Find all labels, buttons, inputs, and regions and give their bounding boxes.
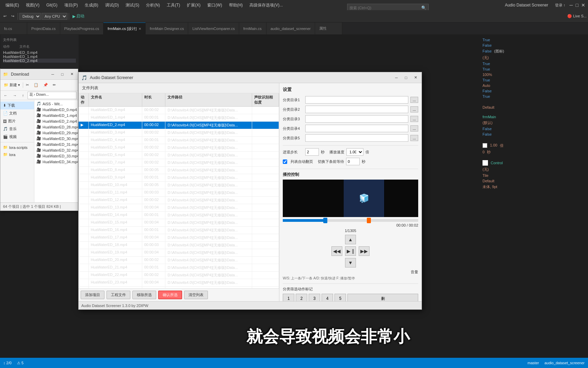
category-1-browse[interactable]: ... [410,97,418,103]
tab-frmmain-designer[interactable]: frmMain Designer.cs [146,22,188,34]
speed-select[interactable]: 1.00 [346,148,363,156]
explorer-minimize-button[interactable]: ─ [49,71,56,78]
class-btn-del[interactable]: 删 [347,294,418,301]
tab-playbackprogress[interactable]: PlaybackProgress.cs [60,22,104,34]
explorer-close-button[interactable]: ✕ [68,71,75,78]
app-close-button[interactable]: ✕ [412,74,419,81]
close-vscode[interactable]: ✕ [581,2,585,8]
file-entry-33[interactable]: 🎥 HuaWaterED_33.mp4 [35,153,77,159]
paste-button[interactable]: 📌 [41,82,50,88]
platform-select[interactable]: Any CPU [42,13,67,20]
category-3-browse[interactable]: ... [410,116,418,122]
file-table-row[interactable]: HuaWaterED_13.mp4 00:00:04 D:\AI\sovits4… [79,204,279,212]
file-table-row[interactable]: HuaWaterED_19.mp4 00:00:04 D:\AI\sovits4… [79,249,279,257]
menu-item-project[interactable]: 项目(P) [62,2,81,9]
undo-button[interactable]: ↩ [1,13,9,19]
file-entry-31[interactable]: 🎥 HuaWaterED_31.mp4 [35,141,77,147]
menu-item-git[interactable]: Git(G) [44,2,60,8]
file-entry-0[interactable]: 🎥 HuaWaterED_0.mp4 [35,107,77,112]
file-entry-28[interactable]: 🎥 HuaWaterED_28.mp4 [35,124,77,130]
file-entry-34[interactable]: 🎥 HuaWaterED_34.mp4 [35,159,77,165]
class-btn-3[interactable]: 3 [309,294,320,301]
app-maximize-button[interactable]: □ [403,74,409,81]
run-button[interactable]: ▶ 启动 [70,13,86,20]
rename-button[interactable]: ✏ [51,82,58,88]
nav-videos[interactable]: 🎬 视频 [0,133,34,141]
menu-item-build[interactable]: 生成(B) [82,2,101,9]
login-area[interactable]: 登录 ↑ [555,3,566,8]
menu-item-extensions[interactable]: 扩展(X) [184,2,203,9]
add-item-button[interactable]: 添加项目 [81,291,104,299]
app-minimize-button[interactable]: ─ [393,74,400,81]
file-entry-32[interactable]: 🎥 HuaWaterED_32.mp4 [35,147,77,153]
file-table-row[interactable]: HuaWaterED_9.mp4 00:00:01 D:\AI\sovits4.… [79,174,279,182]
menu-item-debug[interactable]: 调试(D) [102,2,122,9]
file-entry-2[interactable]: 🎥 HuaWaterED_2.mp4 [35,118,77,124]
file-table-row[interactable]: HuaWaterED_16.mp4 00:00:01 D:\AI\sovits4… [79,227,279,234]
tab-projectdata[interactable]: ProjectData.cs [27,22,60,34]
progress-bar[interactable] [283,219,418,222]
config-select[interactable]: Debug [19,13,41,20]
class-btn-2[interactable]: 2 [296,294,307,301]
up-button[interactable]: ↑ [20,93,26,98]
menu-item-view[interactable]: 视图(V) [23,2,42,9]
remove-selected-button[interactable]: 移除所选 [132,291,156,299]
play-pause-button[interactable]: ▶ ‖ [345,246,356,256]
file-table-row[interactable]: HuaWaterED_23.mp4 00:00:04 D:\AI\sovits4… [79,279,279,287]
category-2-input[interactable] [305,106,408,113]
confirm-selected-button[interactable]: 确认所选 [158,291,182,299]
category-5-browse[interactable]: ... [410,135,418,141]
category-1-input[interactable] [305,96,408,104]
tab-frmmain-cs[interactable]: frmMain.cs [239,22,266,34]
menu-item-edit[interactable]: 编辑(E) [3,2,22,9]
tab-fo[interactable]: fo.cs [0,22,27,34]
tab-properties[interactable]: 属性 [315,22,342,34]
step-input[interactable] [305,148,319,156]
forward-button[interactable]: → [11,93,19,98]
file-entry-1[interactable]: 🎥 HuaWaterED_1.mp4 [35,112,77,118]
category-3-input[interactable] [305,115,408,123]
file-table-row[interactable]: HuaWaterED_4.mp4 00:00:01 D:\AI\sovits4.… [79,137,279,144]
category-4-input[interactable] [305,125,408,132]
file-table-row[interactable]: HuaWaterED_5.mp4 00:00:02 D:\AI\sovits4.… [79,144,279,152]
fast-forward-button[interactable]: ▶▶ [359,246,370,256]
file-entry-29[interactable]: 🎥 HuaWaterED_29.mp4 [35,130,77,136]
new-folder-button[interactable]: 📁 新建 ▾ [2,82,22,88]
explorer-maximize-button[interactable]: □ [59,71,66,78]
file-table-row[interactable]: HuaWaterED_17.mp4 00:00:04 D:\AI\sovits4… [79,234,279,242]
file-table-row[interactable]: HuaWaterED_22.mp4 00:00:02 D:\AI\sovits4… [79,272,279,279]
category-5-input[interactable] [305,134,408,142]
tab-audio-screener[interactable]: audio_dataset_screener [266,22,315,34]
minimize-vscode[interactable]: ─ [570,2,573,8]
menu-item-advanced-save[interactable]: 高级保存选项(V)... [247,2,285,9]
menu-item-help[interactable]: 帮助(H) [226,2,246,9]
step-down-button[interactable]: ▼ [345,258,356,267]
class-btn-4[interactable]: 4 [322,294,333,301]
address-bar[interactable]: 花 › Down... [28,92,77,99]
menu-item-test[interactable]: 测试(S) [123,2,142,9]
file-table-row[interactable]: HuaWaterED_6.mp4 00:00:02 D:\AI\sovits4.… [79,152,279,159]
file-table-row[interactable]: HuaWaterED_10.mp4 00:00:05 D:\AI\sovits4… [79,182,279,189]
rewind-button[interactable]: ◀◀ [331,246,342,256]
file-table-row[interactable]: HuaWaterED_20.mp4 00:00:02 D:\AI\sovits4… [79,257,279,264]
copy-button[interactable]: 📋 [32,82,40,88]
file-table-row[interactable]: HuaWaterED_11.mp4 00:00:03 D:\AI\sovits4… [79,189,279,197]
maximize-vscode[interactable]: □ [576,2,578,8]
file-table-row[interactable]: HuaWaterED_21.mp4 00:00:01 D:\AI\sovits4… [79,264,279,272]
class-btn-5[interactable]: 5 [334,294,346,301]
nav-music[interactable]: 🎵 音乐 [0,125,34,133]
progress-thumb-right[interactable] [367,218,371,223]
file-table-row[interactable]: HuaWaterED_0.mp4 00:00:02 D:\AI\sovits4.… [79,107,279,114]
class-btn-1[interactable]: 1 [283,294,294,301]
menu-item-tools[interactable]: 工具(T) [164,2,183,9]
file-table-row[interactable]: HuaWaterED_18.mp4 00:00:03 D:\AI\sovits4… [79,242,279,249]
file-entry-30[interactable]: 🎥 HuaWaterED_30.mp4 [35,136,77,141]
file-entry-extra[interactable]: 🎵 AiSS - Wit... [35,101,77,107]
progress-thumb-left[interactable] [323,218,327,223]
nav-download[interactable]: ⬇ 下载 [0,102,34,109]
project-file-button[interactable]: 工程文件 [107,291,130,299]
clear-list-button[interactable]: 清空列表 [184,291,208,299]
prewait-input[interactable] [346,158,360,165]
nav-pictures[interactable]: 🖼 图片 [0,117,34,125]
file-table-row[interactable]: HuaWaterED_7.mp4 00:00:02 D:\AI\sovits4.… [79,159,279,167]
